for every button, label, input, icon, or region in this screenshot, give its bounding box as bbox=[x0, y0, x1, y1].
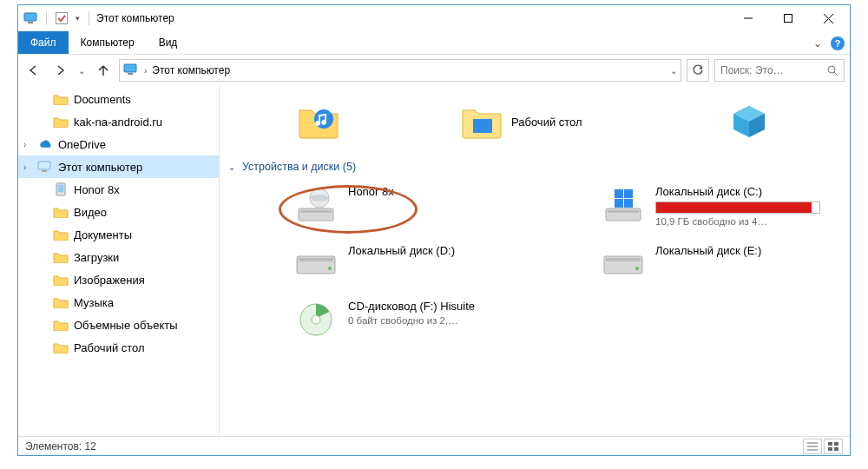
sidebar-item-6[interactable]: Документы bbox=[18, 223, 219, 246]
svg-rect-2 bbox=[56, 13, 68, 24]
device-name: Локальный диск (E:) bbox=[655, 244, 761, 259]
device-2[interactable]: Локальный диск (D:) bbox=[293, 244, 579, 284]
svg-point-29 bbox=[328, 267, 332, 270]
window-title: Этот компьютер bbox=[96, 12, 174, 24]
device-3[interactable]: Локальный диск (E:) bbox=[600, 244, 850, 284]
section-devices-header[interactable]: ⌄ Устройства и диски (5) bbox=[228, 161, 841, 173]
svg-rect-24 bbox=[624, 189, 633, 198]
drive-icon bbox=[600, 244, 647, 284]
phone-icon bbox=[53, 182, 69, 196]
back-button[interactable] bbox=[23, 60, 44, 81]
chevron-right-icon: › bbox=[23, 140, 32, 149]
dropdown-icon[interactable]: ▾ bbox=[73, 10, 82, 26]
view-details-button[interactable] bbox=[803, 439, 822, 454]
tab-view[interactable]: Вид bbox=[147, 31, 190, 54]
cube-icon bbox=[730, 104, 768, 139]
svg-line-10 bbox=[834, 72, 838, 76]
refresh-button[interactable] bbox=[687, 59, 709, 82]
sidebar-item-label: Объемные объекты bbox=[74, 319, 178, 332]
svg-rect-41 bbox=[834, 447, 838, 451]
item-count: Элементов: 12 bbox=[25, 440, 96, 452]
chevron-right-icon[interactable]: › bbox=[144, 66, 147, 76]
help-icon[interactable]: ? bbox=[831, 36, 845, 50]
window-controls bbox=[728, 5, 848, 31]
folder-desk-icon bbox=[53, 340, 69, 354]
svg-point-32 bbox=[635, 267, 639, 270]
sidebar-item-label: Этот компьютер bbox=[58, 161, 142, 174]
expand-ribbon-icon[interactable]: ⌄ bbox=[813, 37, 822, 50]
sidebar-item-2[interactable]: ›OneDrive bbox=[18, 133, 219, 155]
address-bar[interactable]: › Этот компьютер ⌄ bbox=[119, 59, 681, 82]
svg-rect-1 bbox=[28, 22, 33, 23]
svg-rect-31 bbox=[606, 258, 641, 261]
sidebar-item-label: Документы bbox=[74, 228, 132, 241]
sidebar-item-8[interactable]: Изображения bbox=[18, 268, 219, 291]
tile-3d[interactable] bbox=[730, 91, 768, 152]
svg-rect-18 bbox=[300, 210, 332, 213]
sidebar-item-4[interactable]: Honor 8x bbox=[18, 178, 219, 201]
tab-file[interactable]: Файл bbox=[18, 31, 69, 54]
sidebar-item-label: Загрузки bbox=[74, 251, 119, 264]
sidebar-item-label: Изображения bbox=[74, 274, 145, 287]
separator bbox=[46, 11, 47, 25]
content-pane: Рабочий стол ⌄ Устройства и диски (5) Ho… bbox=[220, 86, 850, 438]
device-1[interactable]: Локальный диск (C:)10,9 ГБ свободно из 4… bbox=[600, 185, 850, 228]
separator bbox=[89, 11, 89, 25]
sidebar-item-label: Рабочий стол bbox=[74, 341, 145, 354]
svg-rect-0 bbox=[24, 13, 36, 21]
sidebar-item-3[interactable]: ›Этот компьютер bbox=[18, 155, 219, 178]
svg-rect-7 bbox=[124, 64, 136, 72]
chevron-right-icon: › bbox=[23, 162, 32, 172]
close-button[interactable] bbox=[808, 5, 848, 31]
svg-rect-39 bbox=[834, 442, 838, 446]
quick-access-toolbar: ▾ bbox=[23, 10, 93, 26]
sidebar-item-1[interactable]: kak-na-android.ru bbox=[18, 110, 219, 133]
device-4[interactable]: CD-дисковод (F:) Hisuite0 байт свободно … bbox=[293, 300, 579, 340]
sidebar-item-0[interactable]: Documents bbox=[18, 88, 219, 110]
up-button[interactable] bbox=[93, 60, 114, 81]
folder-img-icon bbox=[53, 273, 69, 287]
device-name: Локальный диск (D:) bbox=[348, 244, 455, 259]
tab-computer[interactable]: Компьютер bbox=[69, 31, 147, 54]
device-0[interactable]: Honor 8x bbox=[293, 185, 579, 228]
svg-rect-8 bbox=[128, 73, 133, 75]
sidebar-item-7[interactable]: Загрузки bbox=[18, 246, 219, 268]
svg-rect-40 bbox=[828, 447, 832, 451]
svg-rect-23 bbox=[615, 189, 623, 198]
section-title: Устройства и диски (5) bbox=[242, 161, 356, 173]
recent-dropdown[interactable]: ⌄ bbox=[76, 60, 88, 81]
cd-icon bbox=[293, 300, 339, 340]
minimize-button[interactable] bbox=[728, 5, 768, 31]
sidebar-item-label: kak-na-android.ru bbox=[74, 116, 162, 129]
sidebar-item-10[interactable]: Объемные объекты bbox=[18, 314, 219, 336]
chevron-down-icon: ⌄ bbox=[228, 162, 235, 172]
device-sub: 10,9 ГБ свободно из 4… bbox=[655, 215, 820, 228]
ribbon: Файл Компьютер Вид ⌄ ? bbox=[18, 31, 850, 55]
forward-button[interactable] bbox=[49, 60, 70, 81]
capacity-bar bbox=[655, 201, 820, 214]
search-input[interactable]: Поиск: Это… bbox=[714, 59, 845, 82]
sidebar-item-5[interactable]: Видео bbox=[18, 201, 219, 223]
maximize-button[interactable] bbox=[768, 5, 808, 31]
computer-icon bbox=[123, 63, 139, 77]
search-icon bbox=[827, 65, 838, 76]
tile-music[interactable] bbox=[298, 91, 339, 152]
checkbox-icon[interactable] bbox=[54, 10, 69, 26]
sidebar-item-9[interactable]: Музыка bbox=[18, 291, 219, 314]
breadcrumb-item[interactable]: Этот компьютер bbox=[152, 64, 230, 76]
sidebar-item-label: Documents bbox=[74, 93, 131, 106]
view-icons-button[interactable] bbox=[824, 439, 843, 454]
sidebar-item-label: Honor 8x bbox=[74, 183, 120, 196]
address-dropdown-icon[interactable]: ⌄ bbox=[670, 66, 677, 76]
device-sub: 0 байт свободно из 2,… bbox=[348, 314, 475, 327]
tile-desktop[interactable]: Рабочий стол bbox=[461, 91, 582, 152]
computer-icon bbox=[23, 10, 39, 26]
svg-rect-26 bbox=[624, 199, 633, 208]
svg-point-20 bbox=[310, 195, 329, 201]
onedrive-icon bbox=[37, 137, 53, 151]
folder-desktop-icon bbox=[461, 103, 503, 140]
sidebar-item-label: OneDrive bbox=[58, 138, 106, 151]
svg-rect-25 bbox=[615, 199, 623, 208]
sidebar-item-11[interactable]: Рабочий стол bbox=[18, 336, 219, 359]
status-bar: Элементов: 12 bbox=[18, 436, 850, 455]
